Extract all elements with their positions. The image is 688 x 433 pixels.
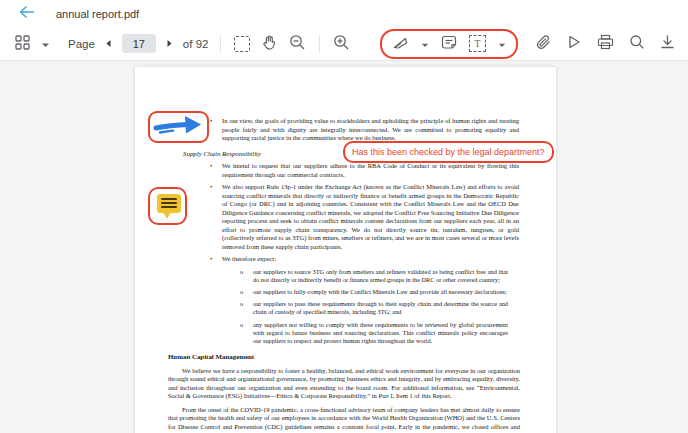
prev-page-button[interactable] bbox=[104, 35, 113, 52]
callout-text: Has this been checked by the legal depar… bbox=[352, 147, 545, 157]
paragraph: We intend to request that our suppliers … bbox=[222, 162, 519, 179]
play-icon bbox=[566, 34, 582, 53]
paragraph: our suppliers to pass these requirements… bbox=[253, 300, 508, 316]
next-page-button[interactable] bbox=[165, 35, 174, 52]
sticky-note-annotation[interactable] bbox=[148, 187, 187, 225]
bullet-marker: • bbox=[210, 162, 222, 179]
paragraph: any suppliers not willing to comply with… bbox=[253, 321, 508, 346]
list-item: • In our view, the goals of providing va… bbox=[210, 117, 519, 143]
toolbar-divider bbox=[220, 35, 221, 53]
caret-left-icon bbox=[105, 36, 112, 51]
note-line bbox=[161, 206, 177, 208]
download-button[interactable] bbox=[659, 33, 676, 54]
caret-down-icon bbox=[498, 36, 506, 51]
sub-list-item: o any suppliers not willing to comply wi… bbox=[240, 321, 508, 346]
zoom-in-button[interactable] bbox=[332, 33, 351, 55]
sticky-note-tool-button[interactable] bbox=[440, 34, 458, 54]
sticky-note-tool-icon bbox=[441, 35, 457, 53]
marquee-select-button[interactable] bbox=[233, 35, 251, 53]
marquee-select-icon bbox=[234, 36, 250, 52]
toolbar-right-group: T bbox=[380, 29, 676, 59]
text-select-tool-icon: T bbox=[469, 35, 486, 52]
sticky-note-icon bbox=[157, 194, 181, 213]
search-button[interactable] bbox=[628, 33, 646, 54]
paragraph: We also support Rule 13p-1 under the Exc… bbox=[222, 183, 519, 251]
pdf-viewer-window: annual report.pdf Page bbox=[0, 0, 688, 433]
zoom-out-button[interactable] bbox=[288, 33, 307, 55]
toolbar-divider bbox=[319, 35, 320, 53]
search-icon bbox=[629, 34, 645, 53]
page-total-label: of 92 bbox=[183, 38, 209, 50]
paragraph: We therefore expect: bbox=[222, 255, 519, 264]
note-line bbox=[161, 202, 177, 204]
sub-list-item: o our suppliers to fully-comply with the… bbox=[240, 288, 508, 296]
sub-bullet-marker: o bbox=[240, 268, 253, 284]
sub-list-item: o our suppliers to pass these requiremen… bbox=[240, 300, 508, 316]
sub-list-item: o our suppliers to source 3TG only from … bbox=[240, 268, 508, 284]
sub-bullet-marker: o bbox=[240, 321, 253, 346]
titlebar: annual report.pdf bbox=[0, 0, 688, 27]
printer-icon bbox=[597, 34, 614, 53]
annotation-tools-highlight: T bbox=[380, 29, 518, 59]
text-tool-caret-button[interactable] bbox=[497, 35, 507, 52]
hand-icon bbox=[261, 34, 278, 54]
document-canvas[interactable]: • In our view, the goals of providing va… bbox=[0, 61, 688, 433]
list-item: • We therefore expect: bbox=[210, 255, 519, 264]
paragraph: We believe we have a responsibility to f… bbox=[168, 367, 520, 401]
caret-down-icon bbox=[421, 36, 429, 51]
section-heading-human-capital: Human Capital Management bbox=[168, 353, 520, 362]
pen-nib-icon bbox=[392, 35, 409, 53]
paragraph: In our view, the goals of providing valu… bbox=[222, 117, 519, 143]
sub-bullet-marker: o bbox=[240, 300, 253, 316]
thumbnail-grid-button[interactable] bbox=[14, 34, 31, 54]
paragraph: our suppliers to fully-comply with the C… bbox=[253, 288, 508, 296]
draw-annotate-button[interactable] bbox=[391, 34, 410, 54]
pdf-page: • In our view, the goals of providing va… bbox=[135, 67, 556, 433]
view-mode-caret-button[interactable] bbox=[40, 35, 51, 52]
download-icon bbox=[660, 34, 675, 53]
paragraph: From the onset of the COVID-19 pandemic,… bbox=[168, 406, 520, 433]
toolbar-left-group: Page of 92 bbox=[14, 33, 351, 55]
text-select-tool-button[interactable]: T bbox=[468, 34, 487, 53]
list-item: • We also support Rule 13p-1 under the E… bbox=[210, 183, 519, 251]
note-line bbox=[161, 198, 177, 200]
link-tool-button[interactable] bbox=[534, 33, 552, 54]
bullet-marker: • bbox=[210, 183, 222, 251]
paperclip-icon bbox=[535, 34, 551, 53]
zoom-out-icon bbox=[289, 34, 306, 54]
blue-arrow-icon bbox=[152, 112, 205, 142]
page-number-input[interactable] bbox=[122, 34, 156, 53]
bullet-marker: • bbox=[210, 255, 222, 264]
comment-callout-annotation[interactable]: Has this been checked by the legal depar… bbox=[343, 141, 554, 163]
present-button[interactable] bbox=[565, 33, 583, 54]
back-button[interactable] bbox=[18, 5, 35, 22]
toolbar: Page of 92 bbox=[0, 27, 688, 61]
zoom-in-icon bbox=[333, 34, 350, 54]
bullet-marker: • bbox=[210, 117, 222, 143]
sub-bullet-marker: o bbox=[240, 288, 253, 296]
paragraph: our suppliers to source 3TG only from sm… bbox=[253, 268, 508, 284]
arrow-left-icon bbox=[18, 5, 35, 22]
thumbnail-grid-icon bbox=[15, 35, 30, 53]
arrow-annotation[interactable] bbox=[148, 111, 209, 143]
draw-tool-caret-button[interactable] bbox=[420, 35, 430, 52]
print-button[interactable] bbox=[596, 33, 615, 54]
document-title: annual report.pdf bbox=[56, 8, 139, 20]
caret-right-icon bbox=[166, 36, 173, 51]
page-label: Page bbox=[68, 38, 95, 50]
list-item: • We intend to request that our supplier… bbox=[210, 162, 519, 179]
caret-down-icon bbox=[41, 36, 50, 51]
hand-tool-button[interactable] bbox=[260, 33, 279, 55]
